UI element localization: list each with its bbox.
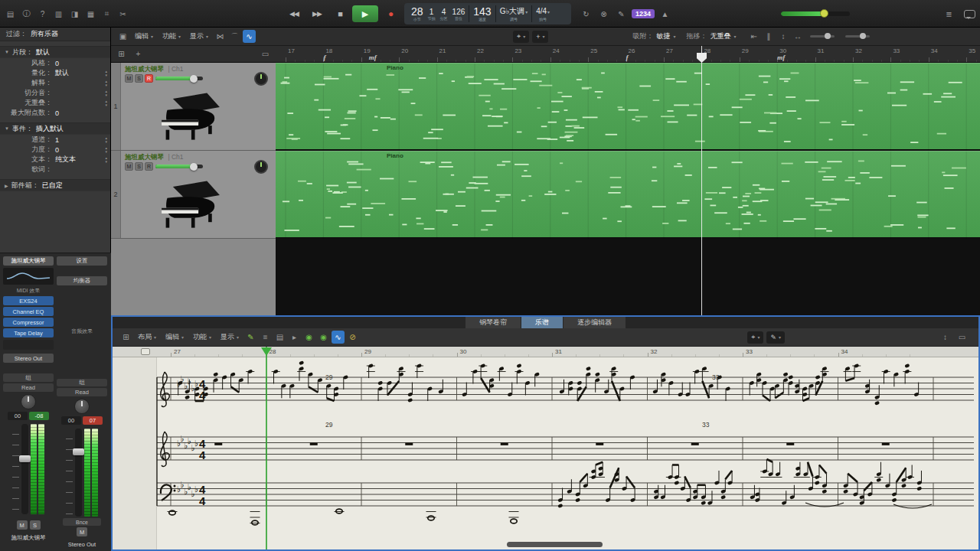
flex-icon[interactable]: ∿ xyxy=(243,30,256,43)
event-param-row-1[interactable]: 力度：0▴▾ xyxy=(0,145,110,155)
zoom-icon[interactable]: ↕ xyxy=(939,331,952,344)
view-mode-icon[interactable]: ⊞ xyxy=(119,331,132,344)
score-sheet[interactable]: ♭♭♭♭♭♭44♭♭♭♭♭♭44♭♭♭♭♭♭4429332933 xyxy=(113,357,978,549)
wrap-view-icon[interactable]: ▤ xyxy=(273,331,286,344)
event-param-row-2[interactable]: 文本：纯文本▴▾ xyxy=(0,155,110,165)
solo-button-track2[interactable]: S xyxy=(135,162,143,171)
filter-row[interactable]: 过滤： 所有乐器 xyxy=(0,28,110,41)
pan-knob[interactable] xyxy=(74,399,90,414)
midi-region-track1[interactable]: Piano xyxy=(276,63,980,150)
automation-mode[interactable]: Read xyxy=(3,383,54,392)
track-volume-slider[interactable] xyxy=(155,165,203,168)
region-param-row-2[interactable]: 解释：▴▾ xyxy=(0,78,110,88)
volume-value[interactable]: -08 xyxy=(29,412,49,420)
pan-value[interactable]: 00 xyxy=(8,412,28,420)
instrument-name-chip[interactable]: 施坦威大钢琴 xyxy=(3,256,54,266)
waveform-zoom-icon[interactable]: ∥ xyxy=(762,30,775,43)
event-param-row-0[interactable]: 通道：1▴▾ xyxy=(0,135,110,145)
region-param-row-5[interactable]: 最大附点数：0 xyxy=(0,108,110,118)
region-param-row-4[interactable]: 无重叠：▴▾ xyxy=(0,98,110,108)
slider-thumb[interactable] xyxy=(190,75,198,83)
mute-button-track2[interactable]: M xyxy=(125,162,133,171)
eq-thumbnail[interactable] xyxy=(3,268,54,285)
value-stepper[interactable]: ▴▾ xyxy=(105,146,107,154)
editor-tab-0[interactable]: 钢琴卷帘 xyxy=(466,317,521,328)
volume-thumb[interactable] xyxy=(820,9,828,18)
link-icon[interactable]: ⊘ xyxy=(346,331,359,344)
pencil-tool[interactable]: ✎▾ xyxy=(766,331,785,344)
group-slot[interactable]: 组 xyxy=(3,373,54,382)
quick-help-icon[interactable]: ▥ xyxy=(52,8,65,21)
duplicate-track-button[interactable]: ⊞ xyxy=(115,47,128,60)
monitor-icon[interactable]: ▤ xyxy=(4,8,17,21)
master-volume-slider[interactable] xyxy=(781,10,850,17)
midi-out-icon[interactable]: ◉ xyxy=(302,331,315,344)
pan-knob[interactable] xyxy=(21,394,36,409)
disclosure-triangle-icon[interactable]: ▶ xyxy=(5,183,8,188)
scissors-icon[interactable]: ✂ xyxy=(116,8,129,21)
pencil-icon[interactable]: ✎ xyxy=(615,8,628,21)
lcd-display[interactable]: 28小节 1节拍 4分区 126音位 143速度 G♭大调▾调号 4/4▾拍号 xyxy=(404,3,571,24)
score-menu-2[interactable]: 功能▾ xyxy=(193,332,211,342)
track-zoom-icon[interactable]: ▭ xyxy=(259,47,272,60)
glue-icon[interactable]: ⌒ xyxy=(228,30,241,43)
tracks-menu-2[interactable]: 显示▾ xyxy=(190,31,208,41)
value-stepper[interactable]: ▴▾ xyxy=(105,90,107,97)
vertical-zoom-slider[interactable] xyxy=(810,35,835,37)
crossfade-icon[interactable]: ⋈ xyxy=(214,30,227,43)
disclosure-triangle-icon[interactable]: ▼ xyxy=(5,126,9,131)
snap-value[interactable]: 敏捷 xyxy=(656,31,670,41)
event-param-row-3[interactable]: 歌词： xyxy=(0,165,110,174)
horizontal-zoom-slider[interactable] xyxy=(845,35,870,37)
smart-controls-icon[interactable]: ⌗ xyxy=(100,8,113,21)
flex-icon[interactable]: ∿ xyxy=(332,331,345,344)
bounce-button[interactable]: Bnce xyxy=(63,518,101,526)
value-stepper[interactable]: ▴▾ xyxy=(105,156,107,164)
help-icon[interactable]: ? xyxy=(36,8,49,21)
value-stepper[interactable]: ▴▾ xyxy=(105,99,107,107)
slider-thumb[interactable] xyxy=(190,163,198,171)
view-icon[interactable]: ▭ xyxy=(956,331,969,344)
score-ruler[interactable]: 2728293031323334 xyxy=(113,347,978,357)
count-in-badge[interactable]: 1234 xyxy=(632,9,655,18)
local-view-icon[interactable] xyxy=(141,348,150,355)
score-menu-0[interactable]: 布局▾ xyxy=(138,332,156,342)
record-arm-button-track2[interactable]: R xyxy=(145,162,153,171)
score-menu-1[interactable]: 编辑▾ xyxy=(165,332,184,342)
library-icon[interactable]: ◨ xyxy=(68,8,81,21)
pointer-tool[interactable]: ⌖▾ xyxy=(513,31,529,43)
mute-button[interactable]: M xyxy=(77,527,87,536)
info-icon[interactable]: ⓘ xyxy=(20,8,33,21)
catch-playhead-icon[interactable]: ⇤ xyxy=(747,30,760,43)
pan-value[interactable]: 00 xyxy=(61,416,81,425)
solo-button-track1[interactable]: S xyxy=(135,74,143,83)
tracks-menu-0[interactable]: 编辑▾ xyxy=(135,31,153,41)
add-track-button[interactable]: + xyxy=(132,47,145,60)
horizontal-scrollbar[interactable] xyxy=(507,542,603,547)
play-button[interactable]: ▶ xyxy=(352,5,378,22)
region-inspector-header[interactable]: ▼ 片段： 默认 xyxy=(0,46,110,58)
audio-fx-slot-1[interactable]: Compressor xyxy=(3,318,54,327)
track-number[interactable]: 1 xyxy=(111,63,121,150)
catch-icon[interactable]: ◉ xyxy=(317,331,330,344)
track-pan-knob[interactable] xyxy=(254,160,268,174)
bar-ruler[interactable]: 17181920212223242526272829303132333435fm… xyxy=(276,46,980,63)
output-slot[interactable]: Stereo Out xyxy=(3,354,54,363)
playhead[interactable] xyxy=(701,46,702,315)
list-editors-icon[interactable]: ≣ xyxy=(942,8,956,21)
record-button[interactable]: ● xyxy=(380,5,401,22)
pencil-icon[interactable]: ✎ xyxy=(244,331,257,344)
settings-chip[interactable]: 设置 xyxy=(57,256,107,266)
pointer-tool[interactable]: ⌖▾ xyxy=(747,331,763,344)
mute-button[interactable]: M xyxy=(17,520,28,530)
track-header-1[interactable]: 1 施坦威大钢琴 | Ch1 MSR xyxy=(111,63,276,151)
midi-in-icon[interactable]: ▸ xyxy=(288,331,301,344)
mixer-icon[interactable]: ▦ xyxy=(84,8,97,21)
page-view-icon[interactable]: ≡ xyxy=(259,331,272,344)
drag-value[interactable]: 无重叠 xyxy=(710,31,730,41)
group-slot[interactable]: 组 xyxy=(57,379,107,387)
midi-region-track2[interactable]: Piano xyxy=(276,151,980,238)
region-param-row-0[interactable]: 风格：0 xyxy=(0,58,110,68)
instrument-slot[interactable]: EXS24 xyxy=(3,296,54,305)
volume-fader[interactable] xyxy=(21,424,28,514)
